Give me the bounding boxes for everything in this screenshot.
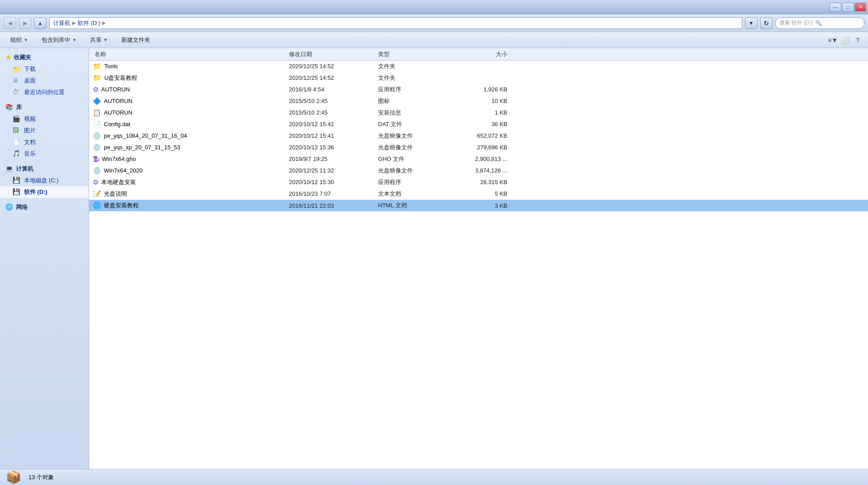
search-bar[interactable]: 搜索 软件 (D:) 🔍 [775,17,864,29]
file-icon: 📁 [93,62,102,70]
file-name-label: Win7x64.gho [102,156,136,162]
sidebar-computer-header[interactable]: 💻 计算机 [0,163,89,175]
sidebar-library-header[interactable]: 📚 库 [0,102,89,113]
content-area: 名称 修改日期 类型 大小 📁 Tools 2020/12/25 14:52 文… [89,48,868,469]
file-name-cell: 💿 Win7x64_2020 [93,167,289,175]
file-icon: ⚙ [93,86,99,94]
table-row[interactable]: 📁 Tools 2020/12/25 14:52 文件夹 [89,61,868,72]
sidebar-item-doc[interactable]: 📄 文档 [0,136,89,148]
file-date-cell: 2019/9/7 19:25 [289,156,378,162]
file-type-cell: 文件夹 [378,62,449,70]
file-name-label: pe_yqs_1064_20_07_31_16_04 [104,132,187,139]
sidebar-library-section: 📚 库 🎬 视频 🖼 图片 📄 文档 🎵 音乐 [0,102,89,160]
file-date-cell: 2020/10/12 15:36 [289,144,378,151]
file-name-cell: ⚙ 本地硬盘安装 [93,178,289,186]
file-size-cell: 2,900,813 ... [449,156,507,162]
preview-pane-button[interactable]: ⬜ [839,35,851,45]
forward-button[interactable]: ▶ [19,17,31,29]
sidebar-item-image[interactable]: 🖼 图片 [0,125,89,136]
view-toggle-button[interactable]: ≡▼ [827,35,839,45]
new-folder-label: 新建文件夹 [121,36,150,44]
search-icon: 🔍 [815,20,822,26]
sidebar: ★ 收藏夹 📁 下载 🖥 桌面 ⏱ 最近访问的位置 📚 库 � [0,48,89,469]
computer-label: 计算机 [16,165,33,173]
sidebar-item-music[interactable]: 🎵 音乐 [0,148,89,160]
view-buttons: ≡▼ ⬜ ? [827,35,864,45]
sidebar-item-video[interactable]: 🎬 视频 [0,113,89,125]
table-row[interactable]: 💿 pe_yqs_1064_20_07_31_16_04 2020/10/12 … [89,130,868,142]
sidebar-item-desktop[interactable]: 🖥 桌面 [0,75,89,86]
table-row[interactable]: 📄 Config.dat 2020/10/12 15:42 DAT 文件 36 … [89,119,868,130]
dropdown-button[interactable]: ▼ [745,17,757,29]
image-label: 图片 [24,127,36,135]
col-date-header[interactable]: 修改日期 [289,50,378,58]
table-row[interactable]: 💿 pe_yqs_xp_20_07_31_15_53 2020/10/12 15… [89,142,868,153]
help-button[interactable]: ? [852,35,864,45]
file-icon: 📝 [93,190,101,198]
video-icon: 🎬 [12,115,21,123]
maximize-button[interactable]: □ [842,3,854,12]
sidebar-network-section: 🌐 网络 [0,201,89,213]
file-type-cell: 文件夹 [378,74,449,82]
file-icon: 💿 [93,144,101,152]
file-date-cell: 2020/12/25 11:32 [289,167,378,174]
up-button[interactable]: ▲ [34,17,46,29]
sidebar-item-recent[interactable]: ⏱ 最近访问的位置 [0,86,89,98]
file-name-cell: 📁 U盘安装教程 [93,74,289,82]
file-name-label: AUTORUN [101,86,130,93]
table-row[interactable]: ⚙ AUTORUN 2016/1/8 4:54 应用程序 1,926 KB [89,84,868,95]
recent-icon: ⏱ [12,88,21,96]
table-row[interactable]: 🗜 Win7x64.gho 2019/9/7 19:25 GHO 文件 2,90… [89,153,868,165]
file-type-cell: 光盘映像文件 [378,144,449,152]
share-button[interactable]: 共享 ▼ [84,34,114,46]
file-name-cell: 🗜 Win7x64.gho [93,155,289,163]
pack-button[interactable]: 包含到库中 ▼ [36,34,82,46]
sidebar-computer-section: 💻 计算机 💾 本地磁盘 (C:) 💾 软件 (D:) [0,163,89,198]
minimize-button[interactable]: — [830,3,841,12]
sidebar-item-drive-d[interactable]: 💾 软件 (D:) [0,186,89,198]
network-label: 网络 [16,203,28,211]
col-name-header[interactable]: 名称 [93,50,289,58]
file-icon: 📋 [93,109,101,117]
status-bar: 📦 13 个对象 [0,469,868,485]
close-button[interactable]: ✕ [855,3,866,12]
desktop-icon: 🖥 [12,77,21,85]
sidebar-favorites-section: ★ 收藏夹 📁 下载 🖥 桌面 ⏱ 最近访问的位置 [0,52,89,98]
statusbar-icon: 📦 [5,469,21,485]
table-row[interactable]: 💿 Win7x64_2020 2020/12/25 11:32 光盘映像文件 3… [89,165,868,177]
file-name-label: AUTORUN [104,98,132,104]
breadcrumb[interactable]: 计算机 ▶ 软件 (D:) ▶ [49,17,742,29]
file-name-cell: 📝 光盘说明 [93,190,289,198]
table-row[interactable]: 🔷 AUTORUN 2015/5/10 2:45 图标 10 KB [89,95,868,107]
file-size-cell: 1,926 KB [449,86,507,93]
doc-label: 文档 [24,138,36,146]
refresh-button[interactable]: ↻ [760,17,773,29]
file-name-label: 光盘说明 [104,190,127,198]
sidebar-item-download[interactable]: 📁 下载 [0,63,89,75]
desktop-label: 桌面 [24,77,36,85]
file-type-cell: 光盘映像文件 [378,167,449,175]
new-folder-button[interactable]: 新建文件夹 [115,34,156,46]
table-row[interactable]: 📁 U盘安装教程 2020/12/25 14:52 文件夹 [89,72,868,84]
file-date-cell: 2020/12/25 14:52 [289,63,378,70]
organize-button[interactable]: 组织 ▼ [4,34,34,46]
file-name-cell: 📁 Tools [93,62,289,70]
sidebar-favorites-header[interactable]: ★ 收藏夹 [0,52,89,63]
music-icon: 🎵 [12,150,21,158]
back-button[interactable]: ◀ [4,17,16,29]
breadcrumb-drive-d[interactable]: 软件 (D:) [78,19,100,27]
titlebar-buttons: — □ ✕ [830,3,866,12]
breadcrumb-computer[interactable]: 计算机 [53,19,70,27]
file-name-cell: 📄 Config.dat [93,120,289,128]
sidebar-network-header[interactable]: 🌐 网络 [0,201,89,213]
table-row[interactable]: ⚙ 本地硬盘安装 2020/10/12 15:30 应用程序 28,315 KB [89,177,868,188]
col-type-header[interactable]: 类型 [378,50,449,58]
col-size-header[interactable]: 大小 [449,50,507,58]
file-name-label: pe_yqs_xp_20_07_31_15_53 [104,144,180,151]
table-row[interactable]: 🌐 硬盘安装教程 2016/11/21 22:03 HTML 文档 3 KB [89,200,868,211]
table-row[interactable]: 📋 AUTORUN 2015/5/10 2:45 安装信息 1 KB [89,107,868,119]
table-row[interactable]: 📝 光盘说明 2016/10/23 7:07 文本文档 5 KB [89,188,868,200]
file-name-cell: ⚙ AUTORUN [93,86,289,94]
sidebar-item-drive-c[interactable]: 💾 本地磁盘 (C:) [0,175,89,186]
share-label: 共享 [90,36,102,44]
